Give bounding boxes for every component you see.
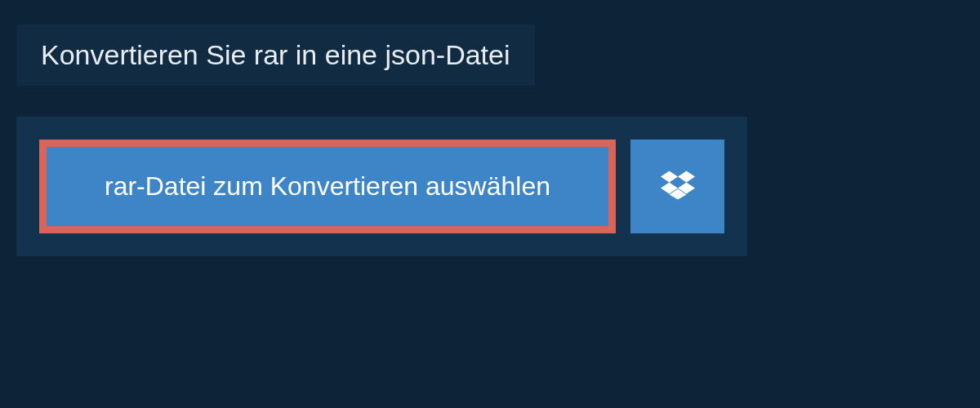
dropbox-icon	[661, 168, 695, 206]
page-title: Konvertieren Sie rar in eine json-Datei	[41, 39, 510, 71]
select-file-button[interactable]: rar-Datei zum Konvertieren auswählen	[39, 140, 616, 233]
dropbox-button[interactable]	[630, 140, 724, 233]
upload-panel: rar-Datei zum Konvertieren auswählen	[16, 117, 747, 256]
select-file-label: rar-Datei zum Konvertieren auswählen	[105, 171, 550, 202]
header-bar: Konvertieren Sie rar in eine json-Datei	[16, 24, 535, 86]
